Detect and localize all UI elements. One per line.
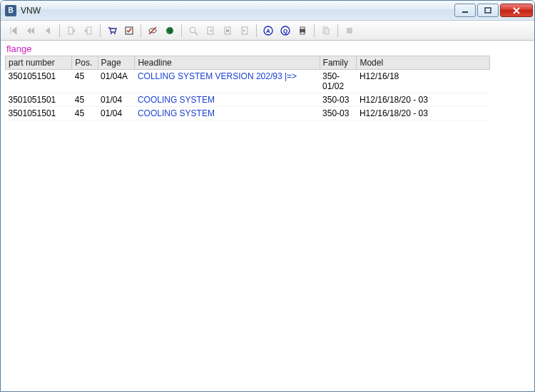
copy-icon[interactable] xyxy=(319,24,333,38)
maximize-button[interactable] xyxy=(477,4,499,17)
col-model[interactable]: Model xyxy=(357,56,490,70)
toolbar-separator xyxy=(337,24,338,37)
stop-icon[interactable] xyxy=(342,24,357,38)
cell-model: H12/16/18/20 - 03 xyxy=(357,93,490,107)
table-header-row: part number Pos. Page Headline Family Mo… xyxy=(6,56,490,70)
col-part-number[interactable]: part number xyxy=(6,56,72,70)
cell-family: 350-03 xyxy=(320,107,357,120)
prev-record-icon[interactable] xyxy=(41,24,55,38)
cell-family: 350-01/02 xyxy=(320,70,357,93)
titlebar: B VNW xyxy=(1,1,534,21)
col-page[interactable]: Page xyxy=(98,56,135,70)
svg-text:Q: Q xyxy=(283,28,287,34)
cell-model: H12/16/18 xyxy=(357,70,490,93)
headline-link[interactable]: COOLING SYSTEM xyxy=(138,95,215,105)
svg-text:A: A xyxy=(266,28,270,34)
col-headline[interactable]: Headline xyxy=(135,56,320,70)
annotate-q-icon[interactable]: Q xyxy=(278,24,292,38)
toolbar-separator xyxy=(100,24,101,37)
checklist-icon[interactable] xyxy=(122,24,136,38)
bookmark-next-icon[interactable] xyxy=(81,24,96,38)
svg-rect-27 xyxy=(347,28,352,33)
page-forward-icon[interactable] xyxy=(238,24,252,38)
minimize-button[interactable] xyxy=(454,4,476,17)
toolbar-separator xyxy=(256,24,257,37)
cell-pos: 45 xyxy=(72,70,98,93)
toolbar-separator xyxy=(59,24,60,37)
svg-rect-24 xyxy=(300,32,305,34)
print-icon[interactable] xyxy=(295,24,310,38)
content-area: flange part number Pos. Page Headline Fa… xyxy=(1,41,534,391)
section-title: flange xyxy=(5,42,530,56)
toolbar: A Q xyxy=(1,21,534,41)
toolbar-separator xyxy=(181,24,182,37)
cell-part-number: 3501051501 xyxy=(6,107,72,120)
svg-rect-16 xyxy=(226,29,229,32)
close-button[interactable] xyxy=(500,4,533,17)
window-title: VNW xyxy=(21,6,454,16)
table-row[interactable]: 3501051501 45 01/04 COOLING SYSTEM 350-0… xyxy=(6,93,490,107)
svg-rect-23 xyxy=(300,27,305,29)
table-row[interactable]: 3501051501 45 01/04 COOLING SYSTEM 350-0… xyxy=(6,107,490,120)
window-controls xyxy=(454,4,533,17)
headline-link[interactable]: COOLING SYSTEM xyxy=(138,108,215,118)
cell-part-number: 3501051501 xyxy=(6,70,72,93)
svg-rect-26 xyxy=(325,29,329,34)
cell-part-number: 3501051501 xyxy=(6,93,72,107)
zoom-icon[interactable] xyxy=(186,24,200,38)
svg-rect-1 xyxy=(485,8,491,13)
cart-icon[interactable] xyxy=(105,24,119,38)
cell-pos: 45 xyxy=(72,93,98,107)
cell-page: 01/04A xyxy=(98,70,135,93)
svg-point-11 xyxy=(166,27,173,34)
hide-icon[interactable] xyxy=(146,24,160,38)
svg-point-12 xyxy=(190,27,195,33)
prev-page-icon[interactable] xyxy=(24,24,38,38)
svg-point-7 xyxy=(114,33,116,34)
col-pos[interactable]: Pos. xyxy=(72,56,98,70)
cell-page: 01/04 xyxy=(98,107,135,120)
cell-pos: 45 xyxy=(72,107,98,120)
svg-line-13 xyxy=(195,32,198,35)
bookmark-prev-icon[interactable] xyxy=(64,24,78,38)
toolbar-separator xyxy=(314,24,315,37)
cell-model: H12/16/18/20 - 03 xyxy=(357,107,490,120)
headline-link[interactable]: COLLING SYSTEM VERSION 202/93 |=> xyxy=(138,71,297,81)
page-back-icon[interactable] xyxy=(203,24,218,38)
cell-page: 01/04 xyxy=(98,93,135,107)
results-table: part number Pos. Page Headline Family Mo… xyxy=(5,56,490,120)
first-record-icon[interactable] xyxy=(6,24,21,38)
page-fit-icon[interactable] xyxy=(220,24,235,38)
svg-point-6 xyxy=(111,33,112,34)
svg-rect-4 xyxy=(68,27,73,34)
col-family[interactable]: Family xyxy=(320,56,357,70)
table-row[interactable]: 3501051501 45 01/04A COLLING SYSTEM VERS… xyxy=(6,70,490,93)
toolbar-separator xyxy=(141,24,141,37)
app-window: B VNW xyxy=(0,0,535,392)
svg-rect-5 xyxy=(87,27,91,34)
app-icon: B xyxy=(5,5,16,16)
annotate-a-icon[interactable]: A xyxy=(261,24,275,38)
globe-icon[interactable] xyxy=(163,24,177,38)
cell-family: 350-03 xyxy=(320,93,357,107)
